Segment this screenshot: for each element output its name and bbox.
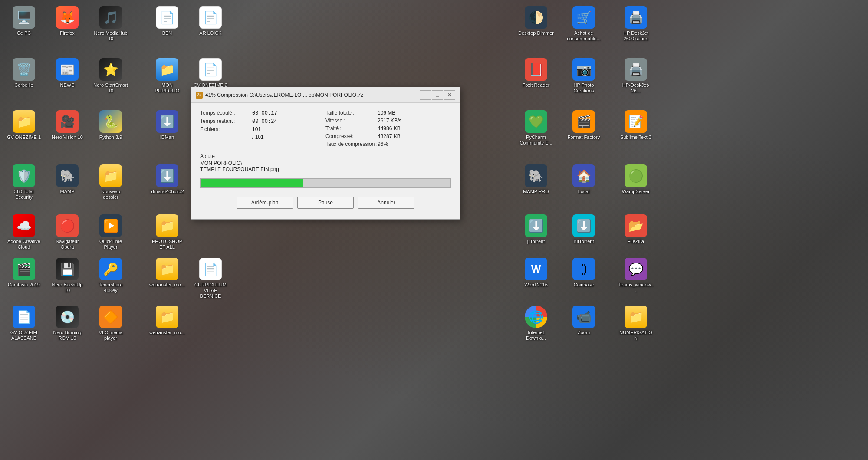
icon-filezilla[interactable]: 📂 FileZilla — [616, 213, 655, 246]
icon-nero-startsmart[interactable]: ⭐ Nero StartSmart 10 — [91, 56, 130, 95]
cv-onezime2-icon: 📄 — [199, 58, 222, 81]
mamp-pro-icon: 🐘 — [525, 164, 547, 187]
sublime-text-icon: 📝 — [625, 110, 647, 133]
icon-desktop-dimmer[interactable]: 🌓 Desktop Dimmer — [516, 4, 556, 38]
progress-bar-fill — [201, 179, 303, 187]
vitesse-label: Vitesse : — [326, 118, 378, 124]
minimize-button[interactable]: − — [420, 90, 431, 100]
camtasia-icon: 🎬 — [13, 258, 35, 280]
achat-conso-label: Achat de consommable... — [566, 30, 602, 42]
icon-mamp-pro[interactable]: 🐘 MAMP PRO — [516, 163, 556, 196]
wetransfer3-icon: 📁 — [156, 306, 178, 328]
hp-deskjet2600-label: HP DeskJet 2600 séries — [618, 30, 654, 42]
icon-navigateur-opera[interactable]: 🔴 Navigateur Opera — [48, 213, 87, 252]
icon-format-factory[interactable]: 🎬 Format Factory — [564, 108, 603, 142]
arriere-plan-button[interactable]: Arrière-plan — [237, 197, 293, 209]
compresse-value: 43287 KB — [378, 133, 401, 139]
vitesse-value: 2617 KB/s — [378, 118, 401, 124]
icon-wetransfer2[interactable]: 📁 wetransfer_mo... — [148, 256, 187, 289]
icon-nouveau-dossier[interactable]: 📁 Nouveau dossier — [91, 163, 130, 202]
icon-python[interactable]: 🐍 Python 3.9 — [91, 108, 130, 142]
icon-mon-portfolio[interactable]: 📁 MON PORFOLIO — [148, 56, 187, 95]
icon-quicktime[interactable]: ▶️ QuickTime Player — [91, 213, 130, 252]
nero-mediahub-icon: 🎵 — [99, 6, 122, 29]
news-icon: 📰 — [56, 58, 79, 81]
icon-360-security[interactable]: 🛡️ 360 Total Security — [4, 163, 43, 202]
icon-firefox[interactable]: 🦊 Firefox — [48, 4, 87, 38]
progress-bar-container — [200, 178, 451, 188]
icon-photoshop[interactable]: 📁 PHOTOSHOP ET ALL — [148, 213, 187, 252]
icon-nero-backitup[interactable]: 💾 Nero BackitUp 10 — [48, 256, 87, 295]
sublime-text-label: Sublime Text 3 — [620, 135, 651, 140]
traite-label: Traité : — [326, 125, 378, 131]
curriculum-icon: 📄 — [199, 258, 222, 280]
icon-utorrent[interactable]: ⬇️ µTorrent — [516, 213, 556, 246]
icon-wampserver[interactable]: 🟢 WampServer — [616, 163, 655, 196]
icon-foxit-reader[interactable]: 📕 Foxit Reader — [516, 56, 556, 90]
close-button[interactable]: ✕ — [444, 90, 455, 100]
fichiers-label: Fichiers: — [200, 126, 252, 132]
dialog-titlebar: 7z 41% Compression C:\Users\JEROME-LO ..… — [191, 87, 460, 103]
taux-value: 96% — [378, 141, 388, 147]
icon-cv-onezime2[interactable]: 📄 CV ONEZIME 2 — [191, 56, 230, 90]
icon-corbeille[interactable]: 🗑️ Corbeille — [4, 56, 43, 90]
icon-sublime-text[interactable]: 📝 Sublime Text 3 — [616, 108, 655, 142]
hp-deskjet2600-icon: 🖨️ — [625, 6, 647, 29]
icon-ar-loick[interactable]: 📄 AR LOICK — [191, 4, 230, 38]
idman640-label: idman640build2 — [150, 189, 184, 194]
icon-achat-conso[interactable]: 🛒 Achat de consommable... — [564, 4, 603, 43]
icon-idman640[interactable]: ⬇️ idman640build2 — [148, 163, 187, 196]
icon-coinbase[interactable]: ₿ Coinbase — [564, 256, 603, 289]
icon-nero-mediahub[interactable]: 🎵 Nero MediaHub 10 — [91, 4, 130, 43]
nero-mediahub-label: Nero MediaHub 10 — [93, 30, 128, 42]
pause-button[interactable]: Pause — [297, 197, 354, 209]
icon-camtasia[interactable]: 🎬 Camtasia 2019 — [4, 256, 43, 289]
icon-gv-ouzeifi[interactable]: 📄 GV OUZEIFI ALASSANE — [4, 304, 43, 343]
icon-news[interactable]: 📰 NEWS — [48, 56, 87, 90]
bittorrent-label: BitTorrent — [573, 239, 594, 244]
icon-internet-dl[interactable]: 🌐 Internet Downlo... — [516, 304, 556, 343]
maximize-button[interactable]: □ — [432, 90, 443, 100]
icon-zoom[interactable]: 📹 Zoom — [564, 304, 603, 337]
icon-nero-burning[interactable]: 💿 Nero Burning ROM 10 — [48, 304, 87, 343]
icon-pycharm[interactable]: 💚 PyCharm Community E... — [516, 108, 556, 148]
dialog-stats: Temps écoulé : 00:00:17 Temps restant : … — [200, 110, 451, 147]
icon-adobe-cc[interactable]: ☁️ Adobe Creative Cloud — [4, 213, 43, 252]
icon-idman[interactable]: ⬇️ IDMan — [148, 108, 187, 142]
traite-row: Traité : 44986 KB — [326, 125, 451, 131]
teams-label: Teams_window... — [618, 282, 654, 293]
icon-gv-onezime1[interactable]: 📁 GV ONEZIME 1 — [4, 108, 43, 142]
taille-totale-label: Taille totale : — [326, 110, 378, 116]
corbeille-label: Corbeille — [14, 82, 33, 88]
icon-wetransfer3[interactable]: 📁 wetransfer_mo... — [148, 304, 187, 337]
photoshop-icon: 📁 — [156, 214, 178, 237]
nero-burning-label: Nero Burning ROM 10 — [49, 330, 85, 341]
nero-backitup-icon: 💾 — [56, 258, 79, 280]
annuler-button[interactable]: Annuler — [358, 197, 414, 209]
icon-curriculum[interactable]: 📄 CURRICULUM VITAE BERNICE — [191, 256, 230, 301]
firefox-label: Firefox — [60, 30, 75, 36]
icon-numerisation[interactable]: 📁 NUMERISATION — [616, 304, 655, 343]
icon-bittorrent[interactable]: ⬇️ BitTorrent — [564, 213, 603, 246]
idman-label: IDMan — [160, 135, 174, 140]
dialog-title-left: 7z 41% Compression C:\Users\JEROME-LO ..… — [196, 92, 363, 99]
temps-ecoule-value: 00:00:17 — [252, 110, 277, 116]
tenorshare-label: Tenorshare 4uKey — [93, 282, 128, 293]
icon-local[interactable]: 🏠 Local — [564, 163, 603, 196]
dialog-body: Temps écoulé : 00:00:17 Temps restant : … — [191, 103, 460, 219]
icon-ce-pc[interactable]: 🖥️ Ce PC — [4, 4, 43, 38]
icon-tenorshare[interactable]: 🔑 Tenorshare 4uKey — [91, 256, 130, 295]
gv-ouzeifi-label: GV OUZEIFI ALASSANE — [6, 330, 42, 341]
wampserver-icon: 🟢 — [625, 164, 647, 187]
corbeille-icon: 🗑️ — [13, 58, 35, 81]
icon-hp-deskjet2600[interactable]: 🖨️ HP DeskJet 2600 séries — [616, 4, 655, 43]
icon-word2016[interactable]: W Word 2016 — [516, 256, 556, 289]
icon-mamp[interactable]: 🐘 MAMP — [48, 163, 87, 196]
icon-hp-deskjet26[interactable]: 🖨️ HP-DeskJet-26... — [616, 56, 655, 95]
icon-teams[interactable]: 💬 Teams_window... — [616, 256, 655, 295]
icon-ben[interactable]: 📄 BEN — [148, 4, 187, 38]
foxit-reader-label: Foxit Reader — [523, 82, 550, 88]
icon-vlc[interactable]: 🔶 VLC media player — [91, 304, 130, 343]
icon-hp-photo[interactable]: 📷 HP Photo Creations — [564, 56, 603, 95]
icon-nero-vision[interactable]: 🎥 Nero Vision 10 — [48, 108, 87, 142]
